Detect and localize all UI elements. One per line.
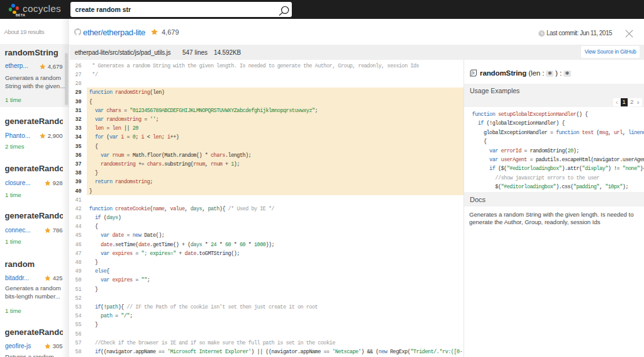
svg-text:fx: fx xyxy=(471,71,475,76)
